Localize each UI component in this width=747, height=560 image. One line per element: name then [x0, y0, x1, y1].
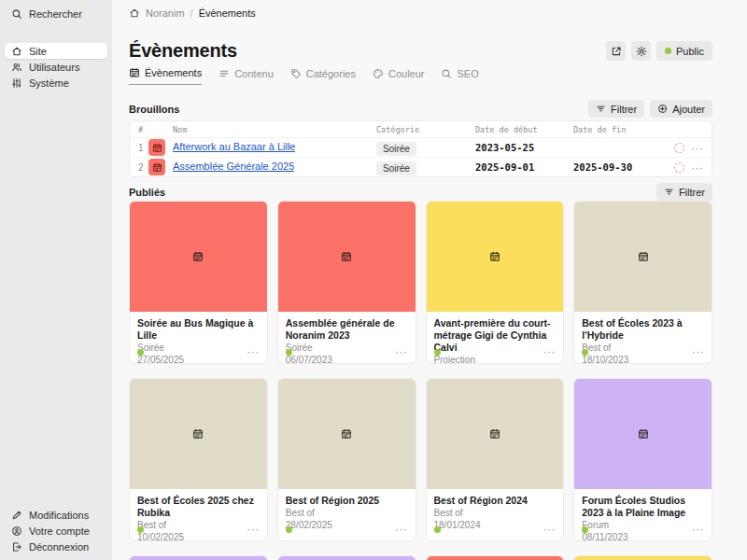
green-status-dot	[434, 526, 441, 533]
draft-status-ring-icon[interactable]	[674, 162, 684, 173]
sidebar-item-utilisateurs[interactable]: Utilisateurs	[5, 59, 107, 75]
event-card[interactable]: Best of Région 2025 Best of 28/02/2025 ·…	[277, 378, 416, 541]
event-card[interactable]: Best of Écoles 2023 à l'Hybride Best of …	[573, 201, 712, 364]
calendar-icon	[489, 428, 500, 440]
published-section-title: Publiés	[129, 187, 165, 198]
sidebar-item-modifications[interactable]: Modifications	[5, 507, 107, 523]
tab-label: Évènements	[145, 67, 202, 78]
event-thumbnail[interactable]	[148, 159, 165, 175]
column-header-category: Catégorie	[376, 125, 475, 134]
sidebar-item-votre-compte[interactable]: Votre compte	[5, 523, 107, 539]
event-card-partial[interactable]	[129, 555, 268, 560]
event-thumbnail[interactable]	[148, 139, 165, 156]
tab-seo[interactable]: SEO	[441, 67, 478, 85]
sidebar-item-deconnexion[interactable]: Déconnexion	[5, 539, 107, 554]
event-link[interactable]: Afterwork au Bazaar à Lille	[173, 141, 295, 152]
breadcrumb: Noranim / Évènements	[129, 7, 256, 19]
ellipsis-menu-icon[interactable]: ···	[692, 347, 705, 357]
row-status-cell	[667, 162, 691, 173]
ellipsis-menu-icon[interactable]: ···	[692, 525, 705, 534]
published-filter-button[interactable]: Filtrer	[656, 183, 712, 201]
column-header-num: #	[130, 125, 148, 134]
external-link-icon	[611, 46, 622, 57]
event-card-footer: ···	[427, 525, 564, 540]
row-icon-cell	[148, 159, 173, 175]
settings-button[interactable]	[631, 41, 651, 61]
page-title: Évènements	[129, 40, 237, 62]
event-card-partial[interactable]	[277, 555, 416, 560]
event-card-partial[interactable]	[426, 555, 565, 560]
ellipsis-menu-icon[interactable]: ···	[691, 161, 704, 175]
user-circle-icon	[11, 525, 22, 537]
breadcrumb-site[interactable]: Noranim	[146, 7, 185, 19]
drafts-actions: Filtrer Ajouter	[588, 100, 712, 118]
row-status-cell	[667, 143, 691, 153]
open-external-button[interactable]	[606, 41, 626, 61]
sidebar-item-systeme[interactable]: Système	[5, 75, 107, 91]
search-icon	[11, 8, 22, 20]
event-card-partial[interactable]	[573, 555, 712, 560]
row-index: 2	[130, 162, 148, 173]
tab-contenu[interactable]: Contenu	[218, 67, 274, 85]
drafts-filter-button[interactable]: Filtrer	[588, 100, 644, 118]
filter-button-label: Filtrer	[679, 187, 705, 198]
event-card[interactable]: Best of Écoles 2025 chez Rubika Best of …	[129, 378, 268, 541]
sidebar-spacer	[0, 91, 112, 507]
sliders-icon	[11, 77, 22, 89]
event-card-cover	[574, 379, 712, 489]
event-card-footer: ···	[130, 347, 267, 363]
sidebar-item-site[interactable]: Site	[5, 43, 107, 59]
sidebar-footer: Modifications Votre compte Déconnexion	[0, 507, 112, 554]
row-menu-cell: ···	[691, 159, 712, 175]
event-card[interactable]: Forum Écoles Studios 2023 à la Plaine Im…	[573, 378, 712, 541]
drafts-add-button[interactable]: Ajouter	[650, 100, 712, 118]
ellipsis-menu-icon[interactable]: ···	[691, 142, 704, 155]
row-icon-cell	[148, 139, 173, 156]
green-status-dot	[434, 349, 441, 356]
sidebar-item-label: Déconnexion	[29, 541, 89, 553]
category-badge: Soirée	[376, 161, 416, 175]
calendar-icon	[192, 428, 204, 440]
green-status-dot	[137, 349, 144, 356]
sidebar: Rechercher Site Utilisateurs Système Mod…	[0, 0, 112, 560]
sidebar-search[interactable]: Rechercher	[5, 6, 107, 21]
event-card[interactable]: Soirée au Bus Magique à Lille Soirée 27/…	[129, 201, 268, 364]
green-status-dot	[582, 526, 588, 533]
green-status-dot	[137, 526, 144, 533]
event-card-body: Assemblée générale de Noranim 2023 Soiré…	[278, 312, 416, 347]
calendar-icon	[129, 67, 140, 78]
home-icon[interactable]	[129, 7, 140, 19]
ellipsis-menu-icon[interactable]: ···	[395, 347, 408, 357]
tab-categories[interactable]: Catégories	[290, 67, 356, 85]
event-card[interactable]: Best of Région 2024 Best of 18/01/2024 ·…	[426, 378, 565, 541]
ellipsis-menu-icon[interactable]: ···	[395, 525, 408, 534]
event-link[interactable]: Assemblée Générale 2025	[173, 161, 294, 172]
event-card-title: Best of Écoles 2025 chez Rubika	[137, 495, 260, 519]
event-card-footer: ···	[278, 525, 416, 540]
event-card-title: Best of Région 2025	[286, 495, 408, 507]
tab-label: SEO	[457, 68, 478, 79]
green-status-dot	[286, 526, 292, 533]
publish-status-badge[interactable]: Public	[656, 41, 712, 61]
calendar-icon	[638, 428, 649, 440]
ellipsis-menu-icon[interactable]: ···	[247, 525, 260, 534]
event-card-footer: ···	[574, 347, 712, 363]
calendar-icon	[192, 251, 204, 262]
sidebar-item-label: Utilisateurs	[29, 62, 79, 73]
tab-evenements[interactable]: Évènements	[129, 67, 202, 85]
filter-icon	[596, 104, 606, 114]
ellipsis-menu-icon[interactable]: ···	[247, 347, 260, 357]
plus-circle-icon	[657, 104, 668, 114]
event-card[interactable]: Avant-première du court-métrage Gigi de …	[426, 201, 565, 364]
ellipsis-menu-icon[interactable]: ···	[543, 347, 557, 357]
tab-couleur[interactable]: Couleur	[373, 67, 425, 85]
draft-status-ring-icon[interactable]	[674, 143, 684, 153]
event-card[interactable]: Assemblée générale de Noranim 2023 Soiré…	[277, 201, 416, 364]
ellipsis-menu-icon[interactable]: ···	[543, 525, 557, 534]
home-icon	[11, 46, 22, 57]
event-card-body: Soirée au Bus Magique à Lille Soirée 27/…	[130, 312, 267, 347]
page-header: Évènements Public	[129, 40, 712, 62]
calendar-icon	[489, 251, 500, 262]
gear-icon	[636, 46, 647, 57]
event-card-footer: ···	[427, 347, 564, 363]
